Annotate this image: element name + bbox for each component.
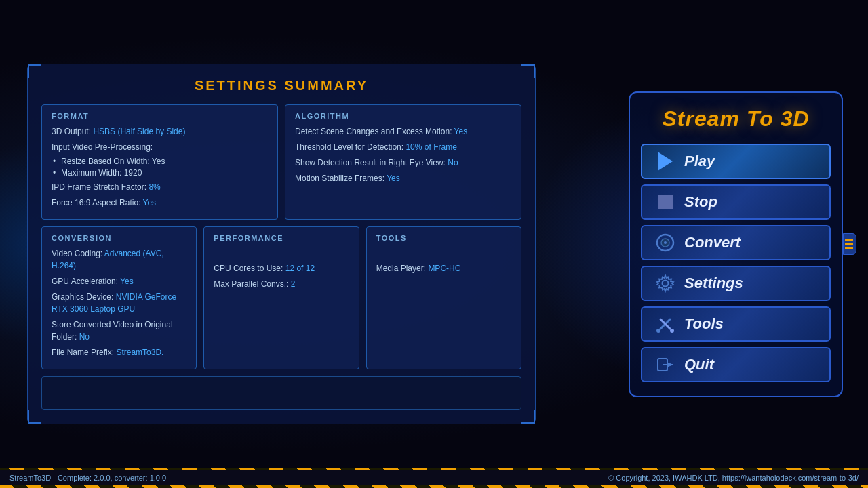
tools-player-row: Media Player: MPC-HC — [376, 262, 511, 274]
performance-cpu-value: 12 of 12 — [285, 264, 315, 273]
corner-br — [521, 410, 535, 424]
format-ipd-value: 8% — [149, 182, 160, 192]
format-output-value: HSBS (Half Side by Side) — [93, 127, 185, 136]
svg-point-3 — [663, 280, 669, 286]
performance-card: PERFORMANCE CPU Cores to Use: 12 of 12 M… — [203, 226, 359, 369]
format-maxwidth-item: Maximum Width: 1920 — [61, 168, 268, 178]
tab-tick-1 — [845, 239, 853, 241]
algorithm-header: ALGORITHM — [295, 112, 511, 120]
algorithm-threshold-value: 10% of Frame — [406, 142, 456, 152]
format-ipd-label: IPD Frame Stretch Factor: — [52, 182, 146, 192]
conversion-gpu-value: Yes — [120, 277, 134, 286]
conversion-prefix-row: File Name Prefix: StreamTo3D. — [52, 346, 186, 359]
settings-panel: SETTINGS SUMMARY FORMAT 3D Output: HSBS … — [27, 64, 536, 424]
format-preprocessing-row: Input Video Pre-Processing: — [52, 141, 268, 153]
svg-point-6 — [656, 329, 660, 333]
tools-label: Tools — [684, 315, 818, 333]
svg-point-2 — [664, 241, 667, 244]
svg-point-7 — [670, 329, 674, 333]
format-maxwidth-label: Maximum Width: — [61, 168, 121, 178]
performance-parallel-row: Max Parallel Convs.: 2 — [214, 278, 349, 290]
format-aspect-row: Force 16:9 Aspect Ratio: Yes — [52, 197, 268, 209]
conversion-graphics-row: Graphics Device: NVIDIA GeForce RTX 3060… — [52, 291, 186, 315]
play-button[interactable]: Play — [641, 144, 831, 179]
conversion-graphics-label: Graphics Device: — [52, 292, 113, 302]
tools-icon — [653, 312, 677, 336]
play-label: Play — [684, 152, 818, 170]
convert-icon-svg — [655, 232, 675, 253]
performance-parallel-label: Max Parallel Convs.: — [214, 279, 288, 289]
stop-button[interactable]: Stop — [641, 184, 831, 220]
tools-player-value: MPC-HC — [428, 264, 460, 273]
tools-button[interactable]: Tools — [641, 306, 831, 342]
settings-title: SETTINGS SUMMARY — [41, 78, 521, 94]
format-maxwidth-value: 1920 — [124, 168, 142, 178]
gear-icon-svg — [656, 274, 675, 293]
format-ipd-row: IPD Frame Stretch Factor: 8% — [52, 181, 268, 193]
performance-header: PERFORMANCE — [214, 234, 349, 242]
conversion-coding-label: Video Coding: — [52, 249, 102, 258]
algorithm-scene-row: Detect Scene Changes and Excess Motion: … — [295, 125, 511, 138]
tools-player-label: Media Player: — [376, 264, 426, 273]
performance-cpu-row: CPU Cores to Use: 12 of 12 — [214, 262, 349, 274]
algorithm-stabilize-label: Motion Stabilize Frames: — [295, 174, 384, 183]
convert-icon — [653, 230, 677, 255]
conversion-gpu-row: GPU Acceleration: Yes — [52, 275, 186, 287]
conversion-prefix-label: File Name Prefix: — [52, 348, 114, 357]
format-bullet-list: Resize Based On Width: Yes Maximum Width… — [52, 157, 268, 178]
tab-tick-2 — [845, 243, 853, 245]
conversion-card: CONVERSION Video Coding: Advanced (AVC, … — [41, 226, 197, 369]
tab-strip — [843, 233, 856, 255]
settings-label: Settings — [684, 274, 818, 292]
format-output-label: 3D Output: — [52, 127, 91, 136]
right-panel: Stream To 3D Play Stop — [631, 92, 841, 397]
performance-cpu-label: CPU Cores to Use: — [214, 264, 283, 273]
format-aspect-label: Force 16:9 Aspect Ratio: — [52, 198, 140, 207]
algorithm-threshold-label: Threshold Level for Detection: — [295, 142, 403, 152]
format-resize-value: Yes — [152, 157, 165, 166]
tab-tick-3 — [845, 247, 853, 249]
conversion-store-row: Store Converted Video in Original Folder… — [52, 319, 186, 343]
tools-header: TOOLS — [376, 234, 511, 242]
conversion-store-label: Store Converted Video in Original Folder… — [52, 320, 173, 342]
stop-icon — [653, 190, 677, 214]
settings-top-grid: FORMAT 3D Output: HSBS (Half Side by Sid… — [41, 104, 521, 220]
main-container: SETTINGS SUMMARY FORMAT 3D Output: HSBS … — [0, 0, 868, 488]
stop-label: Stop — [684, 193, 818, 211]
algorithm-stabilize-row: Motion Stabilize Frames: Yes — [295, 172, 511, 184]
format-resize-label: Resize Based On Width: — [61, 157, 150, 166]
algorithm-scene-label: Detect Scene Changes and Excess Motion: — [295, 127, 452, 136]
conversion-gpu-label: GPU Acceleration: — [52, 277, 118, 286]
status-text: StreamTo3D - Complete: 2.0.0, converter:… — [9, 474, 166, 482]
tools-card: TOOLS Media Player: MPC-HC — [366, 226, 521, 369]
quit-button[interactable]: Quit — [641, 347, 831, 382]
corner-tr — [521, 64, 535, 78]
algorithm-detection-label: Show Detection Result in Right Eye View: — [295, 158, 446, 167]
settings-button[interactable]: Settings — [641, 266, 831, 301]
conversion-prefix-value: StreamTo3D. — [116, 348, 163, 357]
quit-icon — [653, 352, 677, 377]
right-panel-outer: Stream To 3D Play Stop — [629, 92, 843, 397]
format-resize-item: Resize Based On Width: Yes — [61, 157, 268, 166]
copyright-text: © Copyright, 2023, IWAHDK LTD, https://i… — [608, 474, 859, 482]
quit-icon-svg — [655, 354, 675, 375]
settings-bottom-grid: CONVERSION Video Coding: Advanced (AVC, … — [41, 226, 521, 369]
convert-label: Convert — [684, 234, 818, 251]
status-bar-inner: StreamTo3D - Complete: 2.0.0, converter:… — [0, 470, 868, 485]
format-aspect-value: Yes — [143, 198, 157, 207]
format-header: FORMAT — [52, 112, 268, 120]
convert-button[interactable]: Convert — [641, 225, 831, 260]
corner-tl — [28, 64, 41, 78]
algorithm-detection-row: Show Detection Result in Right Eye View:… — [295, 157, 511, 169]
settings-icon — [653, 271, 677, 296]
status-bar: StreamTo3D - Complete: 2.0.0, converter:… — [0, 468, 868, 488]
algorithm-stabilize-value: Yes — [387, 174, 400, 183]
format-preprocessing-label: Input Video Pre-Processing: — [52, 142, 153, 152]
algorithm-detection-value: No — [448, 158, 458, 167]
tools-icon-svg — [655, 314, 675, 334]
bottom-strip — [41, 376, 521, 410]
algorithm-scene-value: Yes — [454, 127, 468, 136]
play-icon — [653, 149, 677, 174]
format-card: FORMAT 3D Output: HSBS (Half Side by Sid… — [41, 104, 278, 220]
app-title: Stream To 3D — [662, 106, 809, 131]
